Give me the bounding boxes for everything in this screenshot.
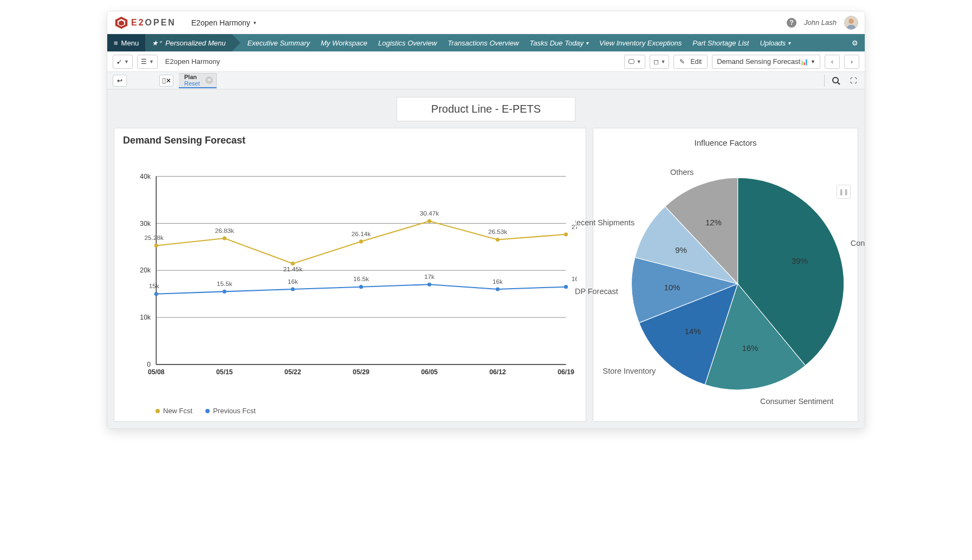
svg-point-44 [291,287,295,291]
svg-text:12%: 12% [705,218,722,227]
pie-chart-title: Influence Factors [694,138,756,147]
back-arrow-icon: ↩ [117,77,122,84]
monitor-icon: 🖵 [628,58,634,66]
compass-dropdown[interactable]: ➹▼ [113,55,133,69]
legend-dot-icon [205,409,210,413]
svg-text:06/12: 06/12 [489,368,506,376]
nav-item-7[interactable]: Uploads▾ [760,39,790,47]
content: Product Line - E-PETS ❚❚ Demand Sensing … [107,89,865,428]
nav-item-3[interactable]: Transactions Overview [448,39,519,47]
bookmark-icon: ◻ [653,58,659,66]
list-dropdown[interactable]: ☰▼ [137,55,158,69]
pie-chart: 39%Consumer Sa...16%Consumer Sentiment14… [575,153,865,415]
plan-tab[interactable]: Plan Reset ✕ [179,73,217,88]
plan-tab-subtitle: Reset [184,80,200,87]
svg-text:Recent Shipments: Recent Shipments [575,218,634,227]
svg-text:17k: 17k [424,273,435,280]
divider [824,75,825,87]
chevron-down-icon: ▾ [788,40,790,46]
help-icon[interactable]: ? [787,18,796,28]
svg-text:15.5k: 15.5k [217,280,232,287]
gear-icon: ⚙ [852,39,858,47]
nav-items: Executive SummaryMy WorkspaceLogistics O… [232,34,790,51]
nav-item-4[interactable]: Tasks Due Today▾ [530,39,589,47]
svg-text:10k: 10k [140,314,151,321]
nav-item-label: Transactions Overview [448,39,519,47]
svg-text:Store Inventory: Store Inventory [603,367,656,375]
svg-text:15k: 15k [149,282,159,289]
next-button[interactable]: › [844,55,859,69]
app-picker[interactable]: E2open Harmony ▾ [191,18,256,27]
back-button[interactable]: ↩ [113,75,127,87]
svg-text:40k: 40k [140,173,151,180]
svg-text:30k: 30k [140,220,151,227]
svg-text:26.14k: 26.14k [352,230,371,237]
nav-item-5[interactable]: View Inventory Exceptions [599,39,682,47]
line-chart: 010k20k30k40k05/0805/1505/2205/2906/0506… [123,149,577,402]
legend-item: New Fcst [155,407,192,415]
svg-text:20k: 20k [140,266,151,274]
logo: E2OPEN [114,15,176,30]
clear-selection-button[interactable]: ⌷✕ [159,75,173,87]
bookmark-dropdown[interactable]: ◻▼ [650,55,670,69]
svg-text:14%: 14% [685,327,701,336]
nav-item-label: Uploads [760,39,786,47]
svg-text:25.28k: 25.28k [145,234,164,241]
plan-tab-title: Plan [184,74,200,80]
svg-point-3 [848,18,853,23]
nav-menu-label: Menu [121,39,139,47]
nav-settings[interactable]: ⚙ [845,34,865,51]
svg-point-32 [359,239,363,243]
search-button[interactable] [830,75,842,87]
nav-item-label: My Workspace [321,39,367,47]
svg-point-36 [496,238,500,242]
app-window: E2OPEN E2open Harmony ▾ ? John Lash ≡ Me… [107,11,865,429]
nav-item-label: Logistics Overview [378,39,437,47]
svg-text:21.45k: 21.45k [283,265,302,272]
view-name-label: Demand Sensing Forecast [717,57,800,66]
nav-item-2[interactable]: Logistics Overview [378,39,437,47]
svg-text:06/05: 06/05 [421,368,438,376]
chevron-right-icon: › [851,58,853,66]
pencil-icon: ✎ [679,58,685,66]
svg-text:Others: Others [670,168,694,177]
fullscreen-icon: ⛶ [850,77,857,84]
nav-bar: ≡ Menu ★⁺ Personalized Menu Executive Su… [107,34,865,51]
pause-button[interactable]: ❚❚ [837,185,851,199]
nav-personalized-menu[interactable]: ★⁺ Personalized Menu [145,34,232,51]
nav-item-1[interactable]: My Workspace [321,39,367,47]
legend-label: New Fcst [163,407,192,415]
svg-text:0: 0 [147,361,151,368]
avatar[interactable] [844,16,858,30]
nav-item-0[interactable]: Executive Summary [247,39,310,47]
svg-point-48 [427,283,431,286]
nav-item-label: Part Shortage List [692,39,749,47]
present-dropdown[interactable]: 🖵▼ [624,55,645,69]
svg-point-42 [223,290,226,294]
svg-text:16.5k: 16.5k [353,275,369,282]
compass-icon: ➹ [116,58,122,66]
logo-text: E2OPEN [131,18,176,28]
edit-button[interactable]: ✎ Edit [673,55,708,69]
svg-text:05/29: 05/29 [353,368,370,376]
breadcrumb: E2open Harmony [165,57,220,66]
fullscreen-button[interactable]: ⛶ [847,75,859,87]
svg-text:05/15: 05/15 [216,368,233,376]
nav-item-6[interactable]: Part Shortage List [692,39,749,47]
nav-menu-button[interactable]: ≡ Menu [107,34,145,51]
svg-point-26 [154,244,158,248]
star-icon: ★⁺ [152,39,162,47]
svg-text:16k: 16k [493,278,503,285]
svg-point-5 [833,77,838,83]
svg-text:05/22: 05/22 [284,368,301,376]
nav-personalized-label: Personalized Menu [165,39,225,47]
view-name-box[interactable]: Demand Sensing Forecast 📊 ▼ [712,55,820,69]
chevron-down-icon: ▾ [586,40,588,46]
prev-button[interactable]: ‹ [825,55,840,69]
svg-text:Consumer Sa...: Consumer Sa... [851,239,865,248]
svg-point-40 [154,292,158,296]
close-icon[interactable]: ✕ [205,76,213,84]
svg-text:30.47k: 30.47k [420,210,439,217]
line-chart-panel: Demand Sensing Forecast 010k20k30k40k05/… [114,128,586,422]
svg-point-38 [564,232,568,236]
